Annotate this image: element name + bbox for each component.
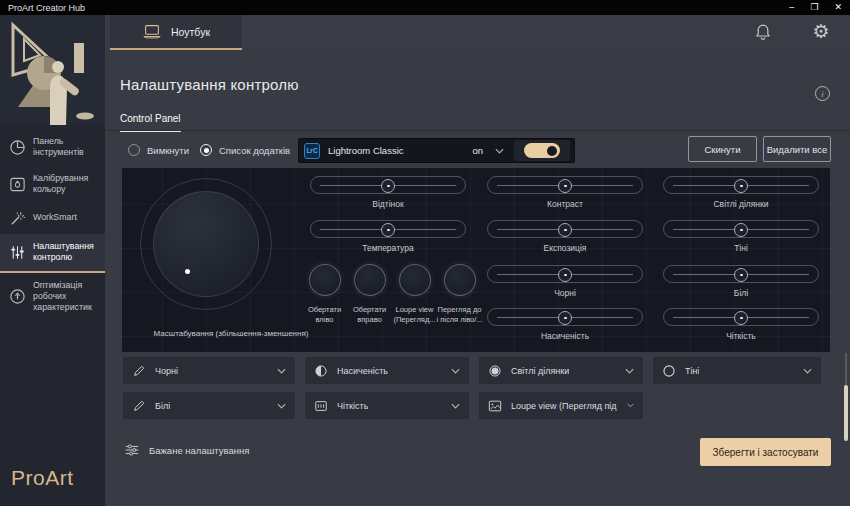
sidebar-item-label: Налаштування контролю bbox=[33, 241, 99, 264]
dropdown-blacks[interactable]: Чорні bbox=[122, 356, 296, 385]
slider-knob[interactable] bbox=[734, 311, 748, 325]
slider-track[interactable] bbox=[663, 176, 819, 194]
sidebar-item-worksmart[interactable]: WorkSmart bbox=[0, 203, 105, 234]
radio-disable[interactable]: Вимкнути bbox=[128, 144, 189, 156]
app-name: Lightroom Classic bbox=[328, 145, 404, 156]
gear-icon[interactable]: ⚙ bbox=[811, 22, 831, 42]
slider-track[interactable] bbox=[663, 265, 819, 283]
slider-knob[interactable] bbox=[734, 179, 748, 193]
slider-label: Контраст bbox=[487, 199, 643, 209]
dropdown-highlights[interactable]: Світлі ділянки bbox=[478, 356, 644, 385]
sidebar-item-control-settings[interactable]: Налаштування контролю bbox=[0, 234, 105, 273]
slider-track[interactable] bbox=[310, 176, 466, 194]
sidebar-item-color-calibration[interactable]: Калібрування кольору bbox=[0, 166, 105, 203]
sidebar-item-dashboard[interactable]: Панель інструментів bbox=[0, 129, 105, 166]
app-enabled-toggle[interactable] bbox=[524, 143, 560, 158]
knob-circle[interactable] bbox=[354, 264, 386, 296]
reset-button[interactable]: Скинути bbox=[688, 136, 757, 162]
knob-label: Loupe view bbox=[393, 305, 435, 315]
chevron-down-icon bbox=[277, 403, 286, 409]
save-apply-button[interactable]: Зберегти і застосувати bbox=[700, 438, 831, 466]
radio-app-list[interactable]: Список додатків bbox=[200, 144, 290, 156]
clarity-icon bbox=[314, 399, 328, 413]
function-dropdown-grid: Чорні Насиченість Світлі ділянки bbox=[122, 356, 830, 420]
slider-knob[interactable] bbox=[734, 223, 748, 237]
rotate-left-button[interactable]: Обертативліво bbox=[302, 264, 347, 325]
knob-circle[interactable] bbox=[399, 264, 431, 296]
device-tab-bar: Ноутбук ⚙ bbox=[105, 15, 850, 50]
sidebar-item-performance-optimization[interactable]: Оптимізація робочих характеристик bbox=[0, 273, 105, 321]
loupe-view-button[interactable]: Loupe view(Перегляд... bbox=[392, 264, 437, 325]
slider-highlights[interactable]: Світлі ділянки bbox=[663, 176, 819, 209]
slider-knob[interactable] bbox=[381, 223, 395, 237]
page-title: Налаштування контролю bbox=[120, 76, 299, 93]
performance-gauge-icon bbox=[9, 288, 26, 305]
slider-clarity[interactable]: Чіткість bbox=[663, 308, 819, 341]
zoom-dial[interactable]: Масштабування (збільшення-зменшення) bbox=[140, 178, 272, 310]
knob-label: вліво bbox=[308, 315, 341, 325]
slider-knob[interactable] bbox=[558, 311, 572, 325]
slider-exposure[interactable]: Експозиція bbox=[487, 220, 643, 253]
slider-shadows[interactable]: Тіні bbox=[663, 220, 819, 253]
rotate-button-row: Обертативліво Обертативправо Loupe view(… bbox=[302, 264, 482, 325]
slider-label: Тіні bbox=[663, 243, 819, 253]
delete-all-button[interactable]: Видалити все bbox=[763, 136, 831, 162]
bell-icon[interactable] bbox=[753, 22, 773, 42]
chevron-down-icon bbox=[277, 368, 286, 374]
slider-blacks[interactable]: Чорні bbox=[487, 265, 643, 298]
slider-track[interactable] bbox=[663, 220, 819, 238]
slider-knob[interactable] bbox=[558, 268, 572, 282]
dropdown-label: Тіні bbox=[685, 366, 699, 376]
control-mapping-panel: Масштабування (збільшення-зменшення) Від… bbox=[122, 168, 830, 352]
before-after-view-button[interactable]: Перегляд доі після ліво/... bbox=[437, 264, 482, 325]
radio-label: Список додатків bbox=[219, 145, 290, 156]
slider-label: Світлі ділянки bbox=[663, 199, 819, 209]
slider-track[interactable] bbox=[310, 220, 466, 238]
slider-knob[interactable] bbox=[381, 179, 395, 193]
chevron-down-icon bbox=[625, 368, 634, 374]
chevron-down-icon bbox=[803, 368, 812, 374]
info-icon[interactable]: i bbox=[815, 86, 830, 101]
slider-label: Відтінок bbox=[310, 199, 466, 209]
slider-saturation[interactable]: Насиченість bbox=[487, 308, 643, 341]
dropdown-clarity[interactable]: Чіткість bbox=[304, 391, 470, 420]
dropdown-whites[interactable]: Білі bbox=[122, 391, 296, 420]
radio-circle[interactable] bbox=[128, 144, 140, 156]
slider-knob[interactable] bbox=[558, 223, 572, 237]
dropdown-shadows[interactable]: Тіні bbox=[652, 356, 822, 385]
slider-track[interactable] bbox=[487, 265, 643, 283]
rotate-right-button[interactable]: Обертативправо bbox=[347, 264, 392, 325]
slider-track[interactable] bbox=[487, 308, 643, 326]
slider-track[interactable] bbox=[487, 220, 643, 238]
dial-label: Масштабування (збільшення-зменшення) bbox=[133, 329, 329, 338]
close-button[interactable]: ✕ bbox=[834, 3, 842, 12]
slider-hue[interactable]: Відтінок bbox=[310, 176, 466, 209]
window-title: ProArt Creator Hub bbox=[8, 3, 85, 13]
chevron-down-icon bbox=[451, 403, 460, 409]
minimize-button[interactable]: – bbox=[789, 3, 794, 12]
knob-circle[interactable] bbox=[309, 264, 341, 296]
app-selector[interactable]: LrC Lightroom Classic on bbox=[298, 138, 575, 163]
chevron-down-icon bbox=[627, 403, 634, 408]
slider-track[interactable] bbox=[663, 308, 819, 326]
zoom-dial-knob[interactable] bbox=[153, 191, 259, 297]
proart-creator-hub-window: ProArt Creator Hub – ❐ ✕ bbox=[0, 0, 850, 506]
dropdown-loupe-view[interactable]: Loupe view (Перегляд під лупою) bbox=[478, 391, 644, 420]
slider-contrast[interactable]: Контраст bbox=[487, 176, 643, 209]
slider-temperature[interactable]: Температура bbox=[310, 220, 466, 253]
tab-laptop-label: Ноутбук bbox=[171, 26, 210, 38]
slider-track[interactable] bbox=[487, 176, 643, 194]
slider-whites[interactable]: Білі bbox=[663, 265, 819, 298]
divider bbox=[105, 130, 850, 131]
tab-laptop[interactable]: Ноутбук bbox=[110, 15, 242, 50]
slider-knob[interactable] bbox=[734, 268, 748, 282]
slider-knob[interactable] bbox=[558, 179, 572, 193]
maximize-button[interactable]: ❐ bbox=[810, 3, 818, 12]
scrollbar-thumb[interactable] bbox=[844, 385, 848, 441]
radio-circle-selected[interactable] bbox=[200, 144, 212, 156]
sidebar-item-label: Оптимізація робочих характеристик bbox=[33, 280, 99, 314]
preference-settings[interactable]: Бажане налаштування bbox=[124, 443, 249, 457]
knob-circle[interactable] bbox=[444, 264, 476, 296]
chevron-down-icon[interactable] bbox=[495, 148, 504, 154]
dropdown-saturation[interactable]: Насиченість bbox=[304, 356, 470, 385]
